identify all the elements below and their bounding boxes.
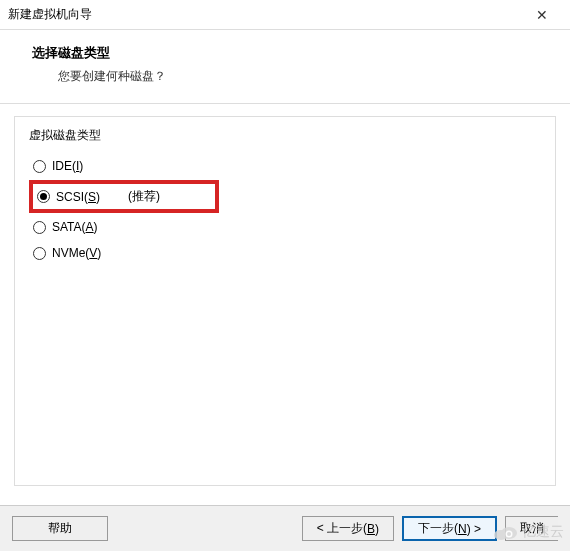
- cancel-button[interactable]: 取消: [505, 516, 558, 541]
- group-label: 虚拟磁盘类型: [29, 127, 541, 144]
- help-button[interactable]: 帮助: [12, 516, 108, 541]
- titlebar: 新建虚拟机向导 ✕: [0, 0, 570, 30]
- radio-label: NVMe(V): [52, 246, 101, 260]
- radio-label: SATA(A): [52, 220, 98, 234]
- radio-suffix-recommended: (推荐): [128, 188, 160, 205]
- highlight-scsi: SCSI(S) (推荐): [29, 180, 219, 213]
- divider: [0, 103, 570, 104]
- content-panel: 虚拟磁盘类型 IDE(I) SCSI(S) (推荐) SATA(A) NVMe(…: [14, 116, 556, 486]
- radio-icon: [33, 221, 46, 234]
- page-title: 选择磁盘类型: [32, 44, 560, 62]
- radio-icon: [33, 160, 46, 173]
- wizard-header: 选择磁盘类型 您要创建何种磁盘？: [0, 30, 570, 97]
- page-subtitle: 您要创建何种磁盘？: [32, 68, 560, 85]
- radio-icon: [37, 190, 50, 203]
- radio-scsi[interactable]: SCSI(S) (推荐): [35, 185, 162, 208]
- close-icon[interactable]: ✕: [522, 1, 562, 29]
- radio-sata[interactable]: SATA(A): [29, 215, 541, 239]
- radio-label: SCSI(S): [56, 190, 100, 204]
- back-button[interactable]: < 上一步(B): [302, 516, 394, 541]
- window-title: 新建虚拟机向导: [8, 6, 92, 23]
- next-button[interactable]: 下一步(N) >: [402, 516, 497, 541]
- radio-label: IDE(I): [52, 159, 83, 173]
- radio-ide[interactable]: IDE(I): [29, 154, 541, 178]
- radio-nvme[interactable]: NVMe(V): [29, 241, 541, 265]
- button-bar: 帮助 < 上一步(B) 下一步(N) > 取消: [0, 505, 570, 551]
- radio-icon: [33, 247, 46, 260]
